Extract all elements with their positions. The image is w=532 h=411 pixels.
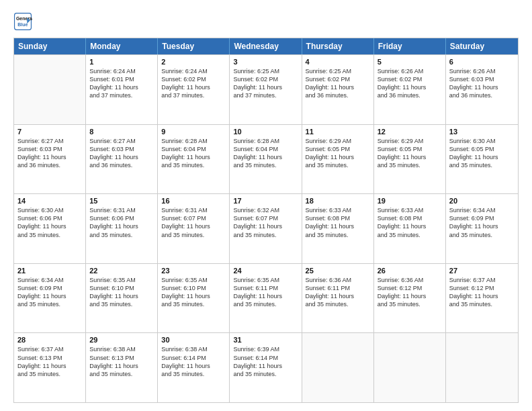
calendar-row-3: 21Sunrise: 6:34 AM Sunset: 6:09 PM Dayli… [14,263,518,333]
day-number-30: 30 [161,336,226,344]
day-info-30: Sunrise: 6:38 AM Sunset: 6:14 PM Dayligh… [161,345,226,378]
day-number-26: 26 [378,267,442,275]
day-info-20: Sunrise: 6:34 AM Sunset: 6:09 PM Dayligh… [449,206,515,239]
day-cell-5: 5Sunrise: 6:26 AM Sunset: 6:02 PM Daylig… [374,55,446,124]
day-number-21: 21 [17,267,82,275]
day-number-5: 5 [378,58,442,66]
day-cell-28: 28Sunrise: 6:37 AM Sunset: 6:13 PM Dayli… [14,333,86,402]
day-cell-6: 6Sunrise: 6:26 AM Sunset: 6:03 PM Daylig… [446,55,518,124]
day-info-15: Sunrise: 6:31 AM Sunset: 6:06 PM Dayligh… [89,206,154,239]
day-number-10: 10 [233,128,298,136]
day-cell-15: 15Sunrise: 6:31 AM Sunset: 6:06 PM Dayli… [86,194,158,263]
day-cell-14: 14Sunrise: 6:30 AM Sunset: 6:06 PM Dayli… [14,194,86,263]
day-cell-4: 4Sunrise: 6:25 AM Sunset: 6:02 PM Daylig… [302,55,374,124]
day-info-18: Sunrise: 6:33 AM Sunset: 6:08 PM Dayligh… [306,206,370,239]
day-cell-20: 20Sunrise: 6:34 AM Sunset: 6:09 PM Dayli… [446,194,518,263]
day-cell-8: 8Sunrise: 6:27 AM Sunset: 6:03 PM Daylig… [86,125,158,194]
day-info-22: Sunrise: 6:35 AM Sunset: 6:10 PM Dayligh… [89,276,154,309]
day-number-1: 1 [89,58,154,66]
day-info-4: Sunrise: 6:25 AM Sunset: 6:02 PM Dayligh… [306,67,370,100]
day-info-10: Sunrise: 6:28 AM Sunset: 6:04 PM Dayligh… [233,137,298,170]
day-cell-29: 29Sunrise: 6:38 AM Sunset: 6:13 PM Dayli… [86,333,158,402]
calendar-row-1: 7Sunrise: 6:27 AM Sunset: 6:03 PM Daylig… [14,124,518,194]
empty-cell-4-4 [302,333,374,402]
day-cell-1: 1Sunrise: 6:24 AM Sunset: 6:01 PM Daylig… [86,55,158,124]
header-saturday: Saturday [446,38,518,54]
day-info-13: Sunrise: 6:30 AM Sunset: 6:05 PM Dayligh… [449,137,515,170]
day-cell-13: 13Sunrise: 6:30 AM Sunset: 6:05 PM Dayli… [446,125,518,194]
svg-text:Blue: Blue [17,22,28,27]
day-cell-16: 16Sunrise: 6:31 AM Sunset: 6:07 PM Dayli… [158,194,230,263]
header-wednesday: Wednesday [230,38,302,54]
day-cell-26: 26Sunrise: 6:36 AM Sunset: 6:12 PM Dayli… [374,264,446,333]
day-cell-30: 30Sunrise: 6:38 AM Sunset: 6:14 PM Dayli… [158,333,230,402]
day-cell-24: 24Sunrise: 6:35 AM Sunset: 6:11 PM Dayli… [230,264,302,333]
header-thursday: Thursday [302,38,374,54]
day-info-23: Sunrise: 6:35 AM Sunset: 6:10 PM Dayligh… [161,276,226,309]
calendar-row-0: 1Sunrise: 6:24 AM Sunset: 6:01 PM Daylig… [14,54,518,124]
day-number-31: 31 [233,336,298,344]
calendar-row-2: 14Sunrise: 6:30 AM Sunset: 6:06 PM Dayli… [14,193,518,263]
day-cell-27: 27Sunrise: 6:37 AM Sunset: 6:12 PM Dayli… [446,264,518,333]
day-number-24: 24 [233,267,298,275]
day-cell-7: 7Sunrise: 6:27 AM Sunset: 6:03 PM Daylig… [14,125,86,194]
calendar-body: 1Sunrise: 6:24 AM Sunset: 6:01 PM Daylig… [14,54,518,402]
calendar-row-4: 28Sunrise: 6:37 AM Sunset: 6:13 PM Dayli… [14,332,518,402]
day-number-25: 25 [306,267,370,275]
logo: General Blue [13,12,35,31]
day-number-18: 18 [306,197,370,205]
day-cell-12: 12Sunrise: 6:29 AM Sunset: 6:05 PM Dayli… [374,125,446,194]
day-info-8: Sunrise: 6:27 AM Sunset: 6:03 PM Dayligh… [89,137,154,170]
day-info-24: Sunrise: 6:35 AM Sunset: 6:11 PM Dayligh… [233,276,298,309]
empty-cell-4-6 [446,333,518,402]
day-cell-3: 3Sunrise: 6:25 AM Sunset: 6:02 PM Daylig… [230,55,302,124]
day-info-26: Sunrise: 6:36 AM Sunset: 6:12 PM Dayligh… [378,276,442,309]
day-cell-2: 2Sunrise: 6:24 AM Sunset: 6:02 PM Daylig… [158,55,230,124]
day-info-31: Sunrise: 6:39 AM Sunset: 6:14 PM Dayligh… [233,345,298,378]
day-number-8: 8 [89,128,154,136]
day-info-29: Sunrise: 6:38 AM Sunset: 6:13 PM Dayligh… [89,345,154,378]
day-info-16: Sunrise: 6:31 AM Sunset: 6:07 PM Dayligh… [161,206,226,239]
day-info-9: Sunrise: 6:28 AM Sunset: 6:04 PM Dayligh… [161,137,226,170]
day-info-3: Sunrise: 6:25 AM Sunset: 6:02 PM Dayligh… [233,67,298,100]
day-info-6: Sunrise: 6:26 AM Sunset: 6:03 PM Dayligh… [449,67,515,100]
day-number-12: 12 [378,128,442,136]
day-number-3: 3 [233,58,298,66]
header-tuesday: Tuesday [158,38,230,54]
header: General Blue [13,12,519,31]
logo-icon: General Blue [13,12,32,31]
header-friday: Friday [374,38,446,54]
day-cell-9: 9Sunrise: 6:28 AM Sunset: 6:04 PM Daylig… [158,125,230,194]
day-cell-31: 31Sunrise: 6:39 AM Sunset: 6:14 PM Dayli… [230,333,302,402]
day-number-11: 11 [306,128,370,136]
day-info-21: Sunrise: 6:34 AM Sunset: 6:09 PM Dayligh… [17,276,82,309]
header-monday: Monday [86,38,158,54]
day-number-16: 16 [161,197,226,205]
day-info-12: Sunrise: 6:29 AM Sunset: 6:05 PM Dayligh… [378,137,442,170]
day-number-2: 2 [161,58,226,66]
day-info-1: Sunrise: 6:24 AM Sunset: 6:01 PM Dayligh… [89,67,154,100]
empty-cell-4-5 [374,333,446,402]
day-info-2: Sunrise: 6:24 AM Sunset: 6:02 PM Dayligh… [161,67,226,100]
calendar-header: SundayMondayTuesdayWednesdayThursdayFrid… [14,38,518,54]
day-info-19: Sunrise: 6:33 AM Sunset: 6:08 PM Dayligh… [378,206,442,239]
day-cell-10: 10Sunrise: 6:28 AM Sunset: 6:04 PM Dayli… [230,125,302,194]
day-info-17: Sunrise: 6:32 AM Sunset: 6:07 PM Dayligh… [233,206,298,239]
header-sunday: Sunday [14,38,86,54]
day-cell-22: 22Sunrise: 6:35 AM Sunset: 6:10 PM Dayli… [86,264,158,333]
day-number-20: 20 [449,197,515,205]
day-cell-18: 18Sunrise: 6:33 AM Sunset: 6:08 PM Dayli… [302,194,374,263]
day-number-7: 7 [17,128,82,136]
day-info-5: Sunrise: 6:26 AM Sunset: 6:02 PM Dayligh… [378,67,442,100]
day-number-13: 13 [449,128,515,136]
day-info-11: Sunrise: 6:29 AM Sunset: 6:05 PM Dayligh… [306,137,370,170]
day-cell-19: 19Sunrise: 6:33 AM Sunset: 6:08 PM Dayli… [374,194,446,263]
day-cell-21: 21Sunrise: 6:34 AM Sunset: 6:09 PM Dayli… [14,264,86,333]
day-info-28: Sunrise: 6:37 AM Sunset: 6:13 PM Dayligh… [17,345,82,378]
day-number-17: 17 [233,197,298,205]
day-number-19: 19 [378,197,442,205]
day-cell-25: 25Sunrise: 6:36 AM Sunset: 6:11 PM Dayli… [302,264,374,333]
calendar: SundayMondayTuesdayWednesdayThursdayFrid… [13,38,519,403]
day-number-23: 23 [161,267,226,275]
day-number-6: 6 [449,58,515,66]
